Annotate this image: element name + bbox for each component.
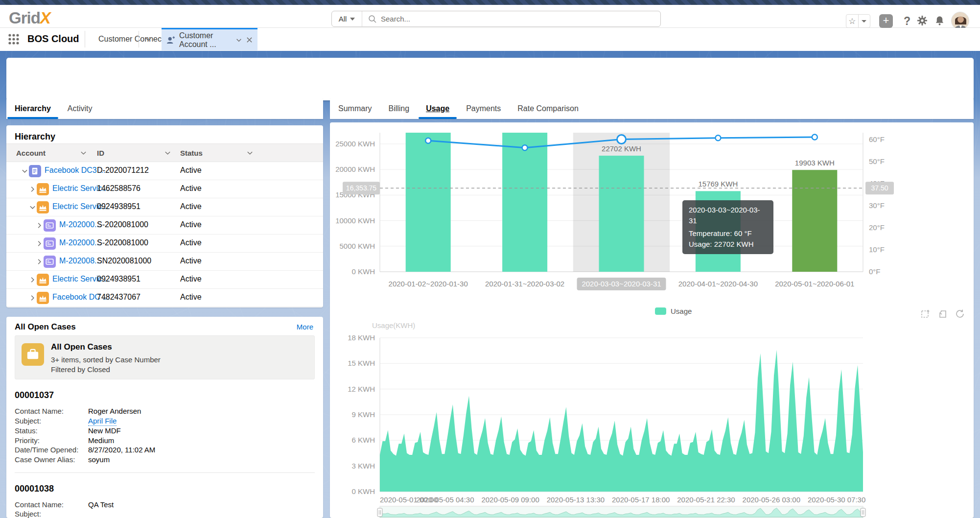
tab-usage[interactable]: Usage <box>418 98 458 119</box>
nav-tab-menu-chevron-icon[interactable] <box>144 28 158 50</box>
tab-summary[interactable]: Summary <box>330 98 380 119</box>
hierarchy-table-row[interactable]: M-202000...S-2020081000Active <box>6 235 323 253</box>
favorites-control[interactable]: ☆ <box>846 14 870 28</box>
case-field: Contact Name:Roger Andersen <box>15 406 323 416</box>
row-expand-chevron-icon[interactable] <box>29 276 36 285</box>
chart-legend[interactable]: Usage <box>655 307 692 315</box>
row-expand-chevron-icon[interactable] <box>29 294 36 304</box>
hierarchy-table-row[interactable]: Electric Servic...0924938951Active <box>6 271 323 289</box>
setup-gear-icon[interactable] <box>916 15 928 26</box>
case-field-value: 8/27/2020, 11:02 AM <box>88 445 155 455</box>
svg-text:0°F: 0°F <box>869 267 881 276</box>
asset-icon <box>44 237 56 250</box>
nav-tab-customer-connect[interactable]: Customer Connect <box>90 28 172 50</box>
svg-text:6 KWH: 6 KWH <box>351 436 375 444</box>
legend-swatch <box>655 307 666 315</box>
chevron-down-icon[interactable] <box>235 37 242 44</box>
case-field-label: Subject: <box>15 416 88 426</box>
usage-interval-area-chart[interactable]: 0 KWH3 KWH6 KWH9 KWH12 KWH15 KWH18 KWH20… <box>330 316 974 518</box>
row-status: Active <box>180 220 202 229</box>
hierarchy-table-row[interactable]: Facebook DC ...7482437067Active <box>6 289 323 307</box>
svg-text:22702 KWH: 22702 KWH <box>602 144 641 153</box>
nav-tab-customer-account[interactable]: Customer Account ... <box>162 28 257 50</box>
svg-text:12 KWH: 12 KWH <box>348 385 375 393</box>
entitlement-icon <box>37 292 49 304</box>
row-expand-chevron-icon[interactable] <box>36 240 43 249</box>
svg-text:19903 KWH: 19903 KWH <box>795 159 835 167</box>
tab-payments[interactable]: Payments <box>458 98 509 119</box>
notification-bell-icon[interactable] <box>934 15 945 26</box>
user-avatar[interactable] <box>951 12 969 30</box>
favorites-menu-button[interactable] <box>858 15 870 27</box>
help-icon[interactable]: ? <box>901 14 913 28</box>
asset-icon <box>44 219 56 232</box>
case-number[interactable]: 00001037 <box>15 390 323 400</box>
search-scope-dropdown[interactable]: All <box>332 11 362 26</box>
tab-rate-comparison[interactable]: Rate Comparison <box>509 98 587 119</box>
tab-label: Billing <box>388 104 409 113</box>
row-status: Active <box>180 166 202 175</box>
case-subject-link[interactable]: April File <box>88 416 117 426</box>
usage-bar-temperature-chart[interactable]: 0 KWH5000 KWH10000 KWH15000 KWH20000 KWH… <box>330 122 974 304</box>
datazoom-slider[interactable] <box>380 506 863 518</box>
cases-list: 00001037Contact Name:Roger AndersenSubje… <box>6 379 323 518</box>
account-link[interactable]: M-202000... <box>59 238 101 247</box>
hierarchy-card-title: Hierarchy <box>15 132 55 142</box>
hierarchy-table-row[interactable]: M-202000...S-2020081000Active <box>6 216 323 235</box>
svg-text:2020-05-30 07:30: 2020-05-30 07:30 <box>808 495 865 504</box>
row-expand-chevron-icon[interactable] <box>36 258 43 267</box>
global-add-button[interactable]: + <box>879 14 893 28</box>
case-field: Case Owner Alias:soyum <box>15 455 323 465</box>
svg-text:60°F: 60°F <box>869 135 885 143</box>
sort-chevron-icon[interactable] <box>246 149 254 158</box>
column-header-account[interactable]: Account <box>16 149 46 157</box>
row-expand-chevron-icon[interactable] <box>29 186 36 195</box>
case-field-value: QA Test <box>88 500 114 510</box>
case-field-label: Subject: <box>15 509 88 518</box>
close-icon[interactable] <box>246 37 253 43</box>
tab-billing[interactable]: Billing <box>380 98 418 119</box>
sort-chevron-icon[interactable] <box>80 149 87 158</box>
tab-activity[interactable]: Activity <box>59 98 101 119</box>
account-link[interactable]: M-202008... <box>59 257 101 265</box>
case-item: 00001038Contact Name:QA TestSubject:Stat… <box>6 484 323 518</box>
account-link[interactable]: Facebook DC3 ... <box>45 166 106 175</box>
entitlement-icon <box>37 201 49 213</box>
open-cases-list-banner[interactable]: All Open Cases 3+ items, sorted by Case … <box>15 335 315 379</box>
svg-text:2020-05-13 13:30: 2020-05-13 13:30 <box>547 495 605 504</box>
global-search[interactable]: All <box>331 11 661 27</box>
hierarchy-table-row[interactable]: Electric Servic...1462588576Active <box>6 180 323 198</box>
svg-text:10°F: 10°F <box>869 245 885 254</box>
search-input[interactable] <box>377 15 660 23</box>
svg-text:37.50: 37.50 <box>871 184 888 192</box>
favorite-star-icon[interactable]: ☆ <box>846 15 858 27</box>
case-field-label: Contact Name: <box>15 406 88 416</box>
case-number[interactable]: 00001038 <box>15 484 323 494</box>
app-launcher-waffle-icon[interactable] <box>8 33 20 47</box>
more-link[interactable]: More <box>297 323 313 331</box>
case-field-value: soyum <box>88 455 110 465</box>
svg-text:2020-03-03~2020-03-31: 2020-03-03~2020-03-31 <box>582 280 661 288</box>
search-icon <box>362 15 377 24</box>
tab-hierarchy[interactable]: Hierarchy <box>6 98 59 119</box>
page-header-card: Customer Account Explorer New Payment Ne… <box>6 58 974 100</box>
row-status: Active <box>180 238 202 247</box>
row-status: Active <box>180 257 202 265</box>
column-header-status[interactable]: Status <box>180 149 203 157</box>
svg-text:2020-05-09 09:00: 2020-05-09 09:00 <box>481 495 539 504</box>
svg-text:2020-05-26 03:00: 2020-05-26 03:00 <box>743 495 800 504</box>
row-collapse-chevron-icon[interactable] <box>29 204 36 213</box>
row-expand-chevron-icon[interactable] <box>36 222 43 231</box>
sort-chevron-icon[interactable] <box>164 149 171 158</box>
hierarchy-table-row[interactable]: Electric Servic...0924938951Active <box>6 198 323 216</box>
account-link[interactable]: M-202000... <box>59 220 101 229</box>
list-view-subtitle: 3+ items, sorted by Case Number <box>51 355 161 364</box>
hierarchy-card: Hierarchy Account ID Status Facebook DC3… <box>6 125 323 307</box>
row-id: 7482437067 <box>97 293 140 302</box>
row-collapse-chevron-icon[interactable] <box>21 167 28 177</box>
hierarchy-table-row[interactable]: Facebook DC3 ...D-2020071212Active <box>6 162 323 180</box>
app-name: BOS Cloud <box>27 33 79 45</box>
column-header-id[interactable]: ID <box>97 149 104 157</box>
entitlement-icon <box>37 274 49 286</box>
hierarchy-table-row[interactable]: M-202008...SN2020081000Active <box>6 253 323 271</box>
